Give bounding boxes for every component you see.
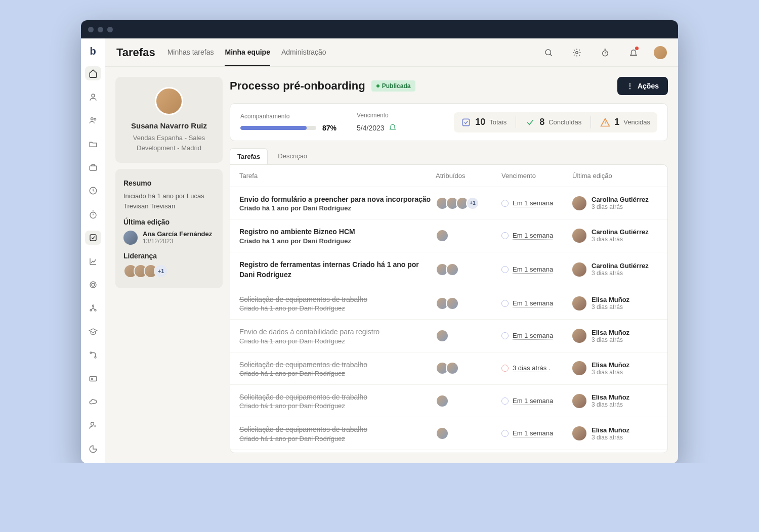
avatar-more[interactable]: +1 — [466, 197, 479, 210]
table-row[interactable]: Registro no ambiente Bizneo HCMCriado há… — [230, 219, 667, 252]
target-icon[interactable] — [85, 278, 101, 292]
home-icon[interactable] — [85, 66, 101, 80]
status-circle — [501, 232, 509, 239]
actions-button[interactable]: ⋮Ações — [617, 77, 668, 95]
editor-name: Ana García Fernández — [143, 230, 212, 238]
leadership-label: Liderança — [123, 252, 215, 260]
svg-point-9 — [92, 305, 94, 306]
content-tab[interactable]: Tarefas — [230, 148, 268, 164]
profile-name: Susana Navarro Ruiz — [123, 121, 215, 130]
summary-card: Resumo Iniciado há 1 ano por Lucas Trevi… — [115, 169, 223, 288]
svg-rect-14 — [90, 376, 97, 381]
editor-cell: Carolina Gutiérrez3 dias atrás — [572, 196, 658, 210]
search-icon[interactable] — [540, 45, 557, 61]
flow-icon[interactable] — [85, 348, 101, 362]
avatar — [572, 394, 586, 408]
stats-panel: Acompanhamento 87% Vencimento 5/4/2023 — [230, 103, 668, 141]
col-lastedit: Última edição — [572, 172, 658, 180]
task-title: Registro de ferramentas internas Criado … — [239, 259, 436, 280]
page-title: Processo pré-onboarding — [230, 79, 365, 93]
header-tab[interactable]: Minha equipe — [225, 39, 270, 66]
task-meta: Criado há 1 ano por Dani Rodríguez — [239, 237, 436, 245]
task-title: Registro no ambiente Bizneo HCM — [239, 227, 436, 237]
user-avatar[interactable] — [654, 46, 667, 59]
col-due: Vencimento — [501, 172, 572, 180]
editor-avatar — [123, 231, 138, 245]
stopwatch-icon[interactable] — [597, 45, 613, 61]
avatar — [436, 427, 449, 440]
team-icon[interactable] — [85, 113, 101, 127]
traffic-dot[interactable] — [107, 27, 113, 32]
pie-icon[interactable] — [85, 442, 101, 456]
due-cell: 3 dias atrás . — [501, 364, 572, 372]
svg-point-12 — [90, 352, 92, 353]
window-titlebar — [81, 20, 678, 38]
folder-icon[interactable] — [85, 137, 101, 151]
assignees — [436, 229, 501, 242]
status-circle — [501, 397, 509, 405]
table-row[interactable]: Solicitação de equipamentos de trabalhoC… — [230, 385, 667, 417]
assignees — [436, 329, 501, 342]
bell-icon[interactable] — [625, 45, 642, 61]
status-circle — [501, 200, 509, 207]
table-row[interactable]: Solicitação de equipamentos de trabalhoC… — [230, 287, 667, 320]
svg-point-8 — [92, 283, 95, 286]
content-tab[interactable]: Descrição — [271, 148, 314, 164]
leadership-avatars: +1 — [123, 264, 215, 278]
briefcase-icon[interactable] — [85, 160, 101, 174]
chart-icon[interactable] — [85, 254, 101, 268]
notification-badge — [635, 47, 639, 50]
task-title: Solicitação de equipamentos de trabalho — [239, 294, 436, 304]
due-cell: Em 1 semana — [501, 299, 572, 307]
nav-rail: b — [81, 38, 105, 463]
due-cell: Em 1 semana — [501, 232, 572, 240]
clock-icon[interactable] — [85, 184, 101, 198]
table-row[interactable]: Envio de dados à contabilidade para regi… — [230, 320, 667, 352]
task-meta: Criado há 1 ano por Dani Rodríguez — [239, 204, 436, 212]
task-title: Solicitação de equipamentos de trabalho — [239, 360, 436, 370]
last-edit-label: Última edição — [123, 218, 215, 226]
editor-cell: Elisa Muñoz3 dias atrás — [572, 393, 658, 408]
education-icon[interactable] — [85, 325, 101, 339]
due-date: 5/4/2023 — [357, 124, 385, 132]
task-meta: Criado há 1 ano por Dani Rodríguez — [239, 304, 436, 312]
table-row[interactable]: Solicitação de equipamentos de trabalhoC… — [230, 352, 667, 385]
cloud-icon[interactable] — [85, 395, 101, 409]
timer-icon[interactable] — [85, 207, 101, 221]
status-circle — [501, 365, 509, 372]
user-icon[interactable] — [85, 90, 101, 104]
header-tab[interactable]: Minhas tarefas — [167, 39, 214, 66]
logo-icon: b — [87, 46, 100, 57]
traffic-dot[interactable] — [88, 27, 94, 32]
svg-point-7 — [90, 282, 96, 288]
due-cell: Em 1 semana — [501, 199, 572, 207]
bell-icon[interactable] — [389, 123, 397, 132]
avatar — [446, 297, 459, 310]
due-cell: Em 1 semana — [501, 429, 572, 437]
traffic-dot[interactable] — [98, 27, 103, 32]
avatar — [572, 329, 586, 343]
summary-started: Iniciado há 1 ano por Lucas Trevisan Tre… — [123, 191, 215, 211]
checkbox-icon[interactable] — [85, 231, 101, 245]
table-row[interactable]: Registro de ferramentas internas Criado … — [230, 252, 667, 288]
due-cell: Em 1 semana — [501, 265, 572, 274]
task-title: Envio do formulário a preencher para nov… — [239, 194, 436, 204]
table-row[interactable]: Envio do formulário a preencher para nov… — [230, 187, 667, 219]
assignees — [436, 297, 501, 310]
header-tab[interactable]: Administração — [281, 39, 326, 66]
svg-point-15 — [91, 378, 93, 379]
task-meta: Criado há 1 ano por Dani Rodríguez — [239, 370, 436, 377]
status-circle — [501, 266, 509, 273]
avatar-more[interactable]: +1 — [154, 264, 168, 278]
add-user-icon[interactable] — [85, 418, 101, 432]
stat-completed: 8Concluídas — [525, 117, 581, 127]
assignees — [436, 394, 501, 408]
editor-cell: Elisa Muñoz3 dias atrás — [572, 296, 658, 311]
id-icon[interactable] — [85, 371, 101, 385]
org-icon[interactable] — [85, 301, 101, 315]
gear-icon[interactable] — [569, 45, 585, 61]
assignees — [436, 362, 501, 375]
svg-point-2 — [94, 118, 96, 120]
status-badge: Publicada — [371, 80, 416, 92]
table-row[interactable]: Solicitação de equipamentos de trabalhoC… — [230, 417, 667, 450]
